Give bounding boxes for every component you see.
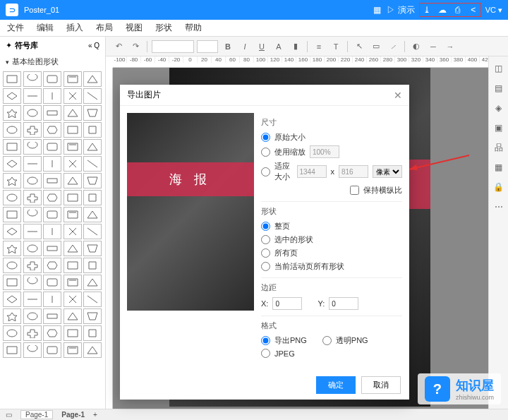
shape-item[interactable] bbox=[23, 122, 42, 138]
page-tab[interactable]: Page-1 bbox=[20, 410, 53, 419]
shape-item[interactable] bbox=[3, 105, 21, 121]
shape-item[interactable] bbox=[64, 190, 82, 205]
shape-item[interactable] bbox=[43, 292, 61, 307]
fit-width-input[interactable] bbox=[297, 165, 327, 178]
shape-item[interactable] bbox=[64, 258, 82, 273]
shape-item[interactable] bbox=[23, 88, 42, 104]
text-box-icon[interactable]: T bbox=[329, 40, 343, 54]
shape-item[interactable] bbox=[23, 156, 42, 172]
image-icon[interactable]: ▭ bbox=[369, 40, 383, 54]
margin-y-input[interactable] bbox=[329, 297, 358, 310]
shapes-section-label[interactable]: 基本绘图形状 bbox=[0, 54, 105, 70]
shape-item[interactable] bbox=[64, 224, 82, 239]
shape-item[interactable] bbox=[43, 88, 61, 104]
fit-height-input[interactable] bbox=[339, 165, 368, 178]
shape-item[interactable] bbox=[83, 190, 102, 205]
shape-item[interactable] bbox=[3, 342, 21, 358]
shape-item[interactable] bbox=[83, 105, 102, 121]
shape-item[interactable] bbox=[83, 342, 102, 358]
shape-item[interactable] bbox=[3, 224, 21, 239]
shape-item[interactable] bbox=[64, 173, 82, 188]
connector-icon[interactable]: ⟋ bbox=[386, 40, 400, 54]
radio-whole-page[interactable] bbox=[261, 222, 270, 231]
shape-item[interactable] bbox=[83, 207, 102, 222]
shape-item[interactable] bbox=[3, 325, 21, 341]
redo-icon[interactable]: ↷ bbox=[128, 40, 143, 54]
shape-item[interactable] bbox=[64, 241, 82, 256]
shape-item[interactable] bbox=[43, 139, 61, 155]
shape-item[interactable] bbox=[64, 139, 82, 155]
bold-icon[interactable]: B bbox=[221, 40, 235, 54]
shape-item[interactable] bbox=[3, 258, 21, 273]
font-size[interactable] bbox=[197, 40, 218, 53]
radio-all-pages[interactable] bbox=[261, 248, 270, 258]
shape-item[interactable] bbox=[23, 241, 42, 256]
shape-item[interactable] bbox=[83, 292, 102, 307]
shape-item[interactable] bbox=[83, 122, 102, 138]
radio-fit-size[interactable] bbox=[261, 167, 270, 176]
shape-item[interactable] bbox=[23, 258, 42, 273]
shape-item[interactable] bbox=[3, 71, 21, 87]
menu-shape[interactable]: 形状 bbox=[155, 22, 172, 34]
shape-item[interactable] bbox=[3, 190, 21, 205]
shape-item[interactable] bbox=[83, 224, 102, 239]
shape-item[interactable] bbox=[64, 292, 82, 307]
shape-item[interactable] bbox=[83, 308, 102, 324]
shape-item[interactable] bbox=[3, 308, 21, 324]
fill-icon[interactable]: ◐ bbox=[409, 40, 423, 54]
cancel-button[interactable]: 取消 bbox=[361, 376, 401, 394]
theme-icon[interactable]: ◫ bbox=[492, 62, 505, 75]
shape-item[interactable] bbox=[43, 241, 61, 256]
shape-item[interactable] bbox=[3, 207, 21, 222]
shape-item[interactable] bbox=[64, 207, 82, 222]
shape-item[interactable] bbox=[43, 325, 61, 341]
shape-item[interactable] bbox=[43, 258, 61, 273]
lock-icon[interactable]: 🔒 bbox=[492, 181, 505, 193]
shape-item[interactable] bbox=[43, 207, 61, 222]
demo-button[interactable]: ▷ 演示 bbox=[387, 4, 414, 16]
menu-file[interactable]: 文件 bbox=[7, 22, 24, 34]
shape-item[interactable] bbox=[23, 224, 42, 239]
shape-item[interactable] bbox=[43, 71, 61, 87]
pointer-icon[interactable]: ↖ bbox=[352, 40, 366, 54]
shape-item[interactable] bbox=[23, 342, 42, 358]
print-icon[interactable]: ⎙ bbox=[452, 4, 464, 16]
share-icon[interactable]: < bbox=[468, 4, 479, 16]
radio-transparent-png[interactable] bbox=[322, 336, 332, 345]
add-page-icon[interactable]: + bbox=[93, 411, 97, 419]
line-icon[interactable]: ─ bbox=[426, 40, 440, 54]
shape-item[interactable] bbox=[43, 224, 61, 239]
margin-x-input[interactable] bbox=[272, 297, 302, 310]
shape-item[interactable] bbox=[23, 105, 42, 121]
shape-item[interactable] bbox=[43, 308, 61, 324]
shape-item[interactable] bbox=[64, 71, 82, 87]
shape-item[interactable] bbox=[43, 173, 61, 188]
shape-item[interactable] bbox=[64, 308, 82, 324]
undo-icon[interactable]: ↶ bbox=[111, 40, 126, 54]
shape-item[interactable] bbox=[64, 88, 82, 104]
checkbox-keep-ratio[interactable] bbox=[350, 186, 359, 195]
layers-icon[interactable]: ▤ bbox=[492, 82, 505, 95]
shape-item[interactable] bbox=[43, 275, 61, 290]
shape-item[interactable] bbox=[83, 275, 102, 290]
scale-input[interactable] bbox=[310, 145, 339, 158]
ok-button[interactable]: 确定 bbox=[316, 376, 356, 394]
shape-item[interactable] bbox=[43, 156, 61, 172]
shape-item[interactable] bbox=[3, 292, 21, 307]
shape-item[interactable] bbox=[3, 88, 21, 104]
shape-item[interactable] bbox=[3, 156, 21, 172]
arrow-style-icon[interactable]: → bbox=[443, 40, 457, 54]
align-icon[interactable]: ≡ bbox=[312, 40, 326, 54]
underline-icon[interactable]: U bbox=[255, 40, 269, 54]
highlight-icon[interactable]: ▮ bbox=[289, 40, 303, 54]
menu-help[interactable]: 帮助 bbox=[185, 22, 202, 34]
shape-item[interactable] bbox=[64, 342, 82, 358]
user-menu[interactable]: VC ▾ bbox=[485, 6, 502, 15]
shape-item[interactable] bbox=[83, 139, 102, 155]
menu-edit[interactable]: 编辑 bbox=[37, 22, 54, 34]
arrange-icon[interactable]: 品 bbox=[492, 141, 505, 154]
shape-item[interactable] bbox=[64, 105, 82, 121]
shape-item[interactable] bbox=[23, 173, 42, 188]
cloud-icon[interactable]: ☁ bbox=[437, 4, 448, 16]
shape-item[interactable] bbox=[23, 139, 42, 155]
